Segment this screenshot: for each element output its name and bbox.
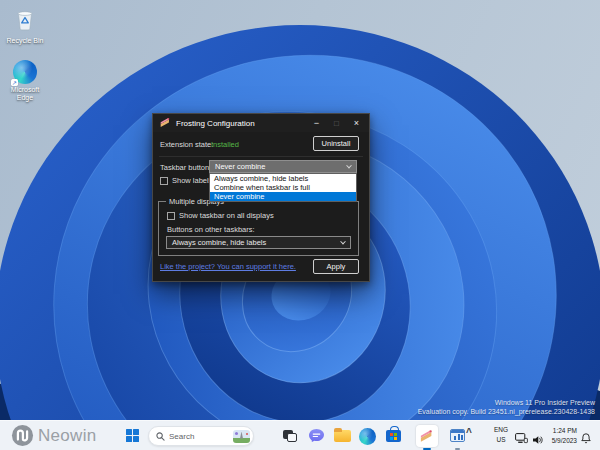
- network-tray-button[interactable]: [515, 430, 528, 448]
- cake-slice-icon: [160, 117, 171, 130]
- date: 5/9/2023: [545, 436, 577, 446]
- combobox-value: Always combine, hide labels: [172, 238, 266, 247]
- folder-icon: [334, 430, 351, 442]
- chat-icon: [308, 428, 325, 443]
- shortcut-arrow-icon: ↗: [11, 79, 18, 86]
- edge-icon: ↗: [13, 60, 37, 84]
- maximize-button[interactable]: □: [334, 119, 339, 128]
- neowin-logo: Neowin: [11, 424, 97, 447]
- support-link[interactable]: Like the project? You can support it her…: [160, 262, 296, 271]
- desktop-icon-label: Microsoft Edge: [2, 86, 48, 102]
- language-line-1: ENG: [492, 425, 510, 435]
- edge-button[interactable]: [359, 428, 376, 445]
- dialog-title-bar[interactable]: Frosting Configuration − □ ×: [153, 114, 369, 132]
- watermark-line-2: Evaluation copy. Build 23451.ni_prerelea…: [418, 407, 595, 416]
- edge-icon: [359, 428, 376, 445]
- bell-icon: [581, 433, 591, 444]
- start-button[interactable]: [126, 429, 139, 442]
- minimize-button[interactable]: −: [314, 119, 319, 128]
- dropdown-option[interactable]: Always combine, hide labels: [210, 174, 356, 183]
- desktop-icon-recycle-bin[interactable]: Recycle Bin: [2, 7, 48, 45]
- speaker-icon: [533, 435, 544, 445]
- desktop-icon-label: Recycle Bin: [2, 37, 48, 45]
- watermark-line-1: Windows 11 Pro Insider Preview: [418, 398, 595, 407]
- volume-tray-button[interactable]: [533, 431, 544, 449]
- time: 1:24 PM: [545, 426, 577, 436]
- language-indicator[interactable]: ENG US: [492, 425, 510, 445]
- store-button[interactable]: [386, 426, 401, 442]
- desktop-icon-microsoft-edge[interactable]: ↗ Microsoft Edge: [2, 60, 48, 102]
- cake-slice-icon: [420, 429, 434, 443]
- insider-watermark: Windows 11 Pro Insider Preview Evaluatio…: [418, 398, 595, 416]
- dropdown-option[interactable]: Combine when taskbar is full: [210, 183, 356, 192]
- taskbar-buttons-label: Taskbar buttons:: [160, 163, 215, 172]
- clock[interactable]: 1:24 PM 5/9/2023: [545, 426, 577, 446]
- show-taskbar-all-checkbox-label: Show taskbar on all displays: [179, 211, 274, 220]
- search-box[interactable]: Search: [148, 426, 254, 446]
- task-manager-button[interactable]: [450, 429, 465, 442]
- checkbox-unchecked[interactable]: [167, 212, 175, 220]
- frosting-configuration-window: Frosting Configuration − □ × Extension s…: [152, 113, 370, 282]
- language-line-2: US: [492, 435, 510, 445]
- dialog-title: Frosting Configuration: [176, 119, 255, 128]
- notification-bell-button[interactable]: [581, 430, 591, 448]
- show-taskbar-all-checkbox-row[interactable]: Show taskbar on all displays: [167, 211, 274, 220]
- chat-button[interactable]: [308, 428, 325, 447]
- search-placeholder: Search: [169, 432, 194, 441]
- taskbar: Neowin Search: [0, 420, 600, 450]
- ethernet-network-icon: [515, 433, 528, 444]
- search-daily-image: [233, 430, 250, 443]
- divider: [159, 156, 363, 157]
- checkbox-unchecked[interactable]: [160, 177, 168, 185]
- chevron-down-icon: [340, 238, 346, 244]
- extension-state-value: Installed: [211, 140, 239, 149]
- microsoft-store-icon: [386, 430, 401, 442]
- search-icon: [156, 432, 165, 441]
- close-button[interactable]: ×: [354, 119, 359, 128]
- tray-expand-button[interactable]: ^: [466, 427, 472, 438]
- dropdown-option-selected[interactable]: Never combine: [210, 192, 356, 201]
- neowin-logo-icon: [11, 424, 34, 447]
- apply-button[interactable]: Apply: [313, 259, 359, 274]
- file-explorer-button[interactable]: [334, 430, 351, 442]
- uninstall-button[interactable]: Uninstall: [313, 136, 359, 151]
- task-manager-icon: [450, 429, 465, 442]
- chevron-down-icon: [346, 162, 352, 168]
- buttons-other-taskbars-combobox[interactable]: Always combine, hide labels: [166, 236, 351, 249]
- task-view-button[interactable]: [283, 430, 298, 443]
- frosting-app-button[interactable]: [416, 425, 438, 447]
- combobox-dropdown-list: Always combine, hide labels Combine when…: [209, 173, 357, 202]
- chevron-up-icon: ^: [466, 427, 472, 438]
- extension-state-label: Extension state:: [160, 140, 213, 149]
- combobox-value: Never combine: [215, 162, 265, 171]
- screen: Recycle Bin ↗ Microsoft Edge Windows 11 …: [0, 0, 600, 450]
- multiple-displays-group: Multiple displays Show taskbar on all di…: [158, 201, 359, 256]
- buttons-other-taskbars-label: Buttons on other taskbars:: [167, 225, 255, 234]
- taskbar-buttons-combobox[interactable]: Never combine: [209, 160, 357, 173]
- neowin-logo-text: Neowin: [38, 426, 97, 446]
- recycle-bin-icon: [14, 7, 36, 35]
